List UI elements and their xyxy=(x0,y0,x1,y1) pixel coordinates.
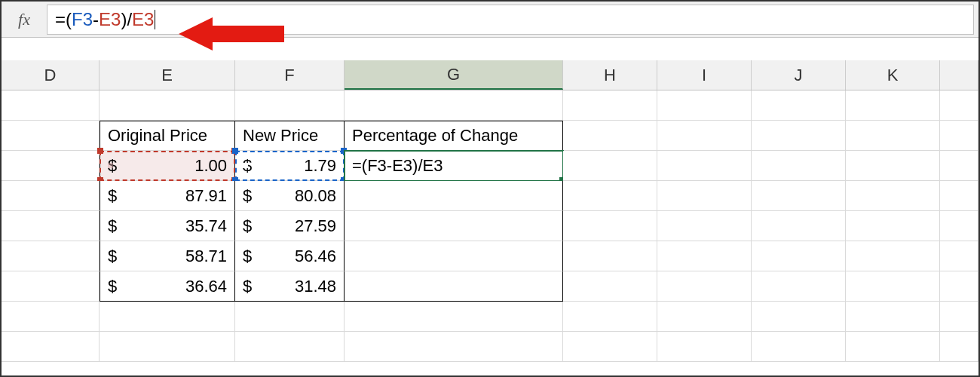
cell[interactable] xyxy=(940,332,978,362)
cell[interactable] xyxy=(657,241,752,271)
col-header-e[interactable]: E xyxy=(100,60,235,90)
cell[interactable] xyxy=(940,302,978,332)
cell[interactable] xyxy=(752,90,846,121)
cell[interactable] xyxy=(657,90,752,121)
fx-icon[interactable]: fx xyxy=(2,10,47,29)
cell[interactable] xyxy=(345,302,563,332)
cell[interactable] xyxy=(846,90,940,121)
col-header-j[interactable]: J xyxy=(752,60,846,90)
cell[interactable] xyxy=(846,211,940,241)
cell[interactable] xyxy=(752,241,846,271)
cell[interactable] xyxy=(752,332,846,362)
cell-e6[interactable]: $ 58.71 xyxy=(100,241,235,271)
cell[interactable] xyxy=(235,302,345,332)
cell-e4[interactable]: $ 87.91 xyxy=(100,181,235,211)
cell[interactable] xyxy=(100,302,235,332)
spreadsheet-grid[interactable]: Original Price New Price Percentage of C… xyxy=(2,90,978,362)
cell[interactable] xyxy=(235,332,345,362)
text-caret xyxy=(155,10,155,29)
cell[interactable] xyxy=(2,181,100,211)
cell[interactable] xyxy=(563,332,657,362)
cell[interactable] xyxy=(2,271,100,302)
cell[interactable] xyxy=(2,302,100,332)
cell[interactable] xyxy=(940,121,978,151)
cell-g5[interactable] xyxy=(345,211,563,241)
cell[interactable] xyxy=(940,211,978,241)
cell[interactable] xyxy=(345,332,563,362)
col-header-i[interactable]: I xyxy=(657,60,752,90)
cell[interactable] xyxy=(752,181,846,211)
col-header-end xyxy=(940,60,978,90)
cell[interactable] xyxy=(563,211,657,241)
cell[interactable] xyxy=(752,271,846,302)
cell[interactable] xyxy=(563,271,657,302)
cell[interactable] xyxy=(100,332,235,362)
cell[interactable] xyxy=(752,151,846,181)
cell[interactable] xyxy=(940,181,978,211)
cell[interactable] xyxy=(563,151,657,181)
grid-row xyxy=(2,90,978,121)
cell-g6[interactable] xyxy=(345,241,563,271)
cell[interactable] xyxy=(752,121,846,151)
col-header-g[interactable]: G xyxy=(345,60,563,90)
cell[interactable] xyxy=(846,271,940,302)
cell[interactable] xyxy=(846,151,940,181)
cell-e5[interactable]: $ 35.74 xyxy=(100,211,235,241)
cell[interactable] xyxy=(657,121,752,151)
cell[interactable] xyxy=(2,151,100,181)
cell-g4[interactable] xyxy=(345,181,563,211)
cell[interactable] xyxy=(657,302,752,332)
cell[interactable] xyxy=(657,181,752,211)
cell[interactable] xyxy=(563,90,657,121)
cell[interactable] xyxy=(563,241,657,271)
cell[interactable] xyxy=(100,90,235,121)
cell-g7[interactable] xyxy=(345,271,563,302)
cell[interactable] xyxy=(657,332,752,362)
col-header-d[interactable]: D xyxy=(2,60,100,90)
cell-f3[interactable]: $ 1.79 xyxy=(235,151,345,181)
cell[interactable] xyxy=(940,151,978,181)
cell-value: 80.08 xyxy=(258,186,336,206)
cell-e7[interactable]: $ 36.64 xyxy=(100,271,235,302)
formula-input[interactable]: =(F3-E3)/E3 xyxy=(47,5,974,35)
cell[interactable] xyxy=(345,90,563,121)
cell-f7[interactable]: $ 31.48 xyxy=(235,271,345,302)
col-header-k[interactable]: K xyxy=(846,60,940,90)
cell[interactable] xyxy=(846,181,940,211)
cell[interactable] xyxy=(235,90,345,121)
app-window: fx =(F3-E3)/E3 D E F G H I J K xyxy=(0,0,980,377)
cell-header-percentage[interactable]: Percentage of Change xyxy=(345,121,563,151)
cell[interactable] xyxy=(2,332,100,362)
cell[interactable] xyxy=(2,121,100,151)
cell-g3-editing[interactable]: =(F3-E3)/E3 xyxy=(345,151,563,181)
cell[interactable] xyxy=(846,121,940,151)
cell[interactable] xyxy=(563,121,657,151)
cell[interactable] xyxy=(657,211,752,241)
grid-row: $ 58.71 $ 56.46 xyxy=(2,241,978,271)
cell-f5[interactable]: $ 27.59 xyxy=(235,211,345,241)
cell[interactable] xyxy=(2,241,100,271)
formula-bar: fx =(F3-E3)/E3 xyxy=(2,2,978,38)
cell-f4[interactable]: $ 80.08 xyxy=(235,181,345,211)
cell[interactable] xyxy=(752,211,846,241)
cell-f6[interactable]: $ 56.46 xyxy=(235,241,345,271)
cell[interactable] xyxy=(752,302,846,332)
col-header-h[interactable]: H xyxy=(563,60,657,90)
cell[interactable] xyxy=(846,241,940,271)
col-header-f[interactable]: F xyxy=(235,60,345,90)
cell[interactable] xyxy=(940,271,978,302)
cell[interactable] xyxy=(563,302,657,332)
cell[interactable] xyxy=(563,181,657,211)
cell[interactable] xyxy=(846,332,940,362)
cell[interactable] xyxy=(940,90,978,121)
cell[interactable] xyxy=(940,241,978,271)
cell[interactable] xyxy=(657,151,752,181)
cell[interactable] xyxy=(846,302,940,332)
cell-header-new-price[interactable]: New Price xyxy=(235,121,345,151)
cell-value: 36.64 xyxy=(123,277,227,296)
cell[interactable] xyxy=(2,211,100,241)
cell-header-original-price[interactable]: Original Price xyxy=(100,121,235,151)
cell-e3[interactable]: $ 1.00 xyxy=(100,151,235,181)
cell[interactable] xyxy=(2,90,100,121)
cell[interactable] xyxy=(657,271,752,302)
